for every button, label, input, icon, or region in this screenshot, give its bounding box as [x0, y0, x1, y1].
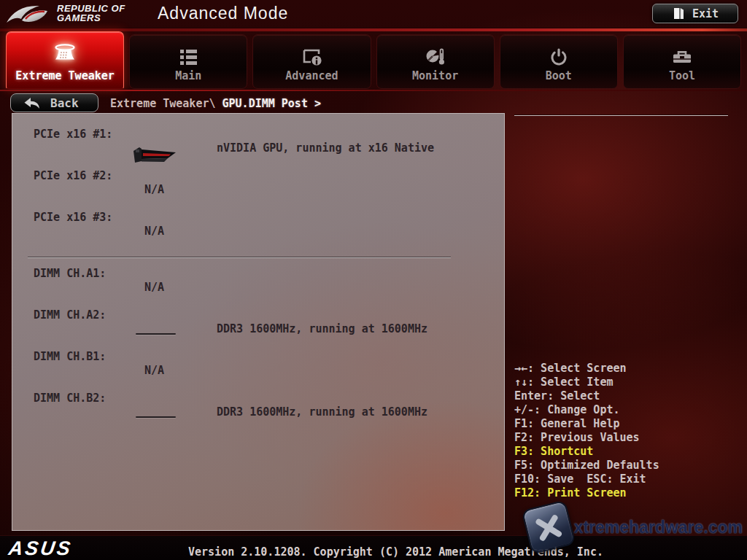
help-line: F5: Optimized Defaults	[514, 459, 737, 472]
setting-row: PCIe x16 #2: N/A	[12, 160, 504, 202]
tab-bar: Extreme Tweaker Main Advanced Monitor	[6, 34, 741, 89]
setting-value: N/A	[144, 364, 164, 377]
tab-label: Monitor	[412, 69, 458, 88]
exit-label: Exit	[692, 7, 719, 20]
exit-button[interactable]: Exit	[652, 4, 738, 23]
setting-row: PCIe x16 #3: N/A	[12, 202, 504, 244]
tweaker-icon	[7, 39, 123, 69]
tab-monitor[interactable]: Monitor	[376, 34, 495, 89]
toolbox-icon	[624, 42, 740, 71]
help-line: F1: General Help	[514, 417, 737, 431]
setting-value: N/A	[144, 183, 164, 196]
gauge-icon	[377, 42, 494, 71]
breadcrumb: Extreme Tweaker\ GPU.DIMM Post >	[110, 97, 321, 110]
tab-label: Tool	[669, 69, 695, 88]
brand-text: REPUBLIC OF GAMERS	[57, 4, 125, 23]
help-panel-divider	[514, 115, 728, 116]
help-line: F2: Previous Values	[514, 431, 737, 445]
setting-note: DDR3 1600MHz, running at 1600MHz	[217, 405, 427, 419]
setting-label: PCIe x16 #2:	[34, 169, 112, 182]
tab-label: Boot	[546, 69, 572, 88]
tab-extreme-tweaker[interactable]: Extreme Tweaker	[6, 31, 124, 89]
tab-main[interactable]: Main	[129, 34, 247, 89]
dimm-module	[136, 333, 176, 335]
rog-eye-logo	[6, 1, 53, 27]
breadcrumb-current: GPU.DIMM Post >	[222, 97, 321, 110]
list-icon	[130, 42, 247, 71]
setting-row: DIMM CH.A2: DDR3 1600MHz, running at 160…	[12, 300, 504, 341]
top-bar: REPUBLIC OF GAMERS Advanced Mode Exit	[0, 0, 747, 28]
back-label: Back	[50, 96, 79, 110]
brand-line2: GAMERS	[57, 13, 125, 23]
help-line: ↑↓: Select Item	[514, 376, 737, 389]
breadcrumb-parent[interactable]: Extreme Tweaker\	[110, 97, 222, 110]
power-icon	[500, 42, 617, 71]
setting-value: N/A	[144, 281, 164, 294]
settings-list: PCIe x16 #1: nVIDIA GPU, running at x16 …	[12, 114, 504, 424]
setting-value: N/A	[144, 225, 164, 238]
tab-tool[interactable]: Tool	[623, 34, 741, 89]
watermark-x-icon	[521, 499, 576, 554]
mode-title: Advanced Mode	[158, 4, 288, 23]
setting-label: DIMM CH.B1:	[34, 350, 106, 363]
setting-row: DIMM CH.A1: N/A	[12, 258, 504, 300]
setting-label: PCIe x16 #1:	[34, 128, 112, 141]
setting-note: DDR3 1600MHz, running at 1600MHz	[217, 322, 427, 335]
help-line: F10: Save ESC: Exit	[514, 472, 737, 486]
settings-panel: PCIe x16 #1: nVIDIA GPU, running at x16 …	[12, 113, 505, 531]
doc-info-icon	[253, 42, 370, 71]
watermark-text: xtremehardware.com	[574, 518, 743, 537]
setting-row: PCIe x16 #1: nVIDIA GPU, running at x16 …	[12, 119, 504, 160]
tab-label: Main	[175, 69, 201, 88]
back-arrow-icon	[23, 96, 40, 109]
tab-underline	[0, 90, 747, 91]
exit-door-icon	[672, 7, 685, 20]
help-line: F12: Print Screen	[514, 486, 737, 500]
tab-label: Extreme Tweaker	[15, 69, 114, 88]
back-button[interactable]: Back	[10, 93, 98, 112]
help-line: +/-: Change Opt.	[514, 403, 737, 417]
setting-label: PCIe x16 #3:	[34, 211, 112, 224]
setting-label: DIMM CH.B2:	[34, 392, 106, 405]
setting-row: DIMM CH.B2: DDR3 1600MHz, running at 160…	[12, 383, 504, 424]
dimm-module	[136, 416, 176, 418]
help-line: F3: Shortcut	[514, 445, 737, 459]
setting-label: DIMM CH.A2:	[34, 308, 106, 322]
asus-logo: ASUS	[7, 537, 74, 560]
setting-row: DIMM CH.B1: N/A	[12, 341, 504, 383]
watermark: xtremehardware.com	[526, 505, 743, 550]
help-line: Enter: Select	[514, 389, 737, 403]
help-line: →←: Select Screen	[514, 362, 737, 376]
help-panel: →←: Select Screen↑↓: Select ItemEnter: S…	[514, 362, 737, 500]
bios-screen: REPUBLIC OF GAMERS Advanced Mode Exit	[0, 0, 747, 560]
tab-boot[interactable]: Boot	[500, 34, 618, 89]
tab-advanced[interactable]: Advanced	[252, 34, 371, 89]
setting-note: nVIDIA GPU, running at x16 Native	[217, 141, 434, 155]
setting-label: DIMM CH.A1:	[34, 267, 106, 280]
tab-label: Advanced	[285, 69, 338, 88]
